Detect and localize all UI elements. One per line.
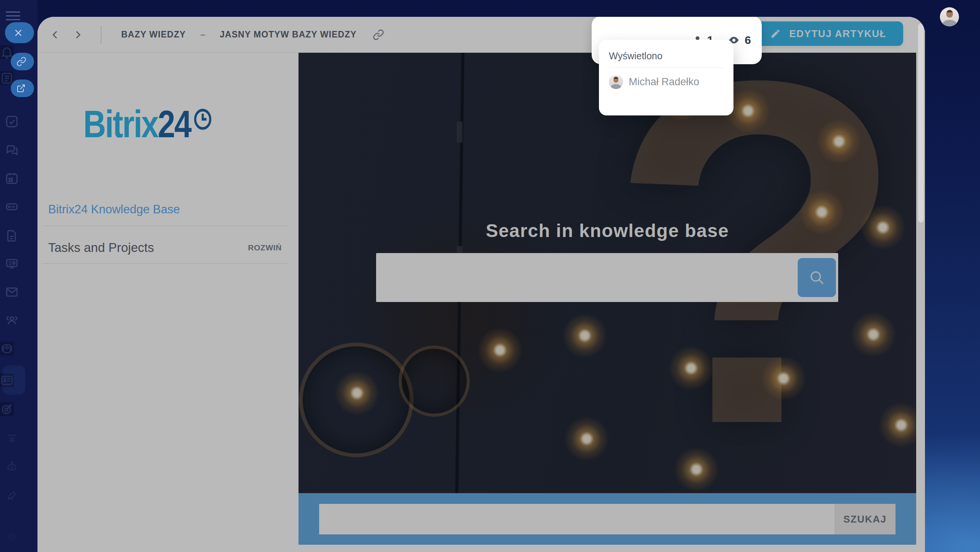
tasks-check-icon[interactable]	[5, 115, 19, 128]
filter-funnel-icon[interactable]	[5, 431, 19, 445]
avatar-shoulders	[611, 84, 621, 89]
ai-assistant-icon[interactable]	[5, 459, 19, 473]
knowledge-base-slider: BAZY WIEDZY – JASNY MOTYW BAZY WIEDZY ED…	[37, 17, 925, 552]
avatar-head	[946, 10, 953, 18]
menu-icon[interactable]	[6, 11, 20, 21]
boards-icon[interactable]	[5, 257, 19, 271]
views-count: 6	[745, 34, 751, 47]
documents-icon[interactable]	[5, 229, 19, 243]
scrollbar-thumb[interactable]	[918, 24, 924, 222]
viewers-popup: Wyświetlono Michał Radełko	[599, 40, 733, 115]
avatar-head	[613, 77, 618, 83]
open-in-new-window-pill-button[interactable]	[11, 80, 34, 97]
employees-icon[interactable]	[5, 313, 19, 327]
drive-icon[interactable]	[5, 200, 19, 214]
viewers-popup-divider	[609, 68, 724, 68]
viewer-name: Michał Radełko	[629, 76, 699, 88]
mail-icon[interactable]	[5, 285, 19, 299]
link-icon	[16, 57, 26, 67]
avatar-shoulders	[943, 20, 957, 27]
close-icon	[13, 28, 23, 38]
goals-target-icon[interactable]	[0, 402, 14, 416]
close-slider-button[interactable]	[5, 22, 34, 43]
e-sign-icon[interactable]	[5, 489, 19, 502]
external-link-icon	[16, 84, 26, 93]
popup-dim-overlay[interactable]	[37, 17, 925, 552]
bitrix24-screen: BAZY WIEDZY – JASNY MOTYW BAZY WIEDZY ED…	[0, 0, 980, 552]
calendar-icon[interactable]	[5, 171, 19, 185]
copy-link-pill-button[interactable]	[11, 53, 34, 70]
chat-icon[interactable]	[5, 143, 19, 157]
user-avatar[interactable]	[940, 7, 959, 26]
video-calls-icon[interactable]	[0, 342, 14, 356]
viewer-avatar	[609, 75, 623, 89]
viewers-popup-title: Wyświetlono	[609, 50, 724, 62]
crm-card-icon[interactable]	[0, 373, 14, 387]
viewer-list-item[interactable]: Michał Radełko	[609, 75, 724, 89]
settings-gear-icon[interactable]	[5, 530, 19, 544]
tasks-clipboard-icon[interactable]	[0, 71, 14, 85]
